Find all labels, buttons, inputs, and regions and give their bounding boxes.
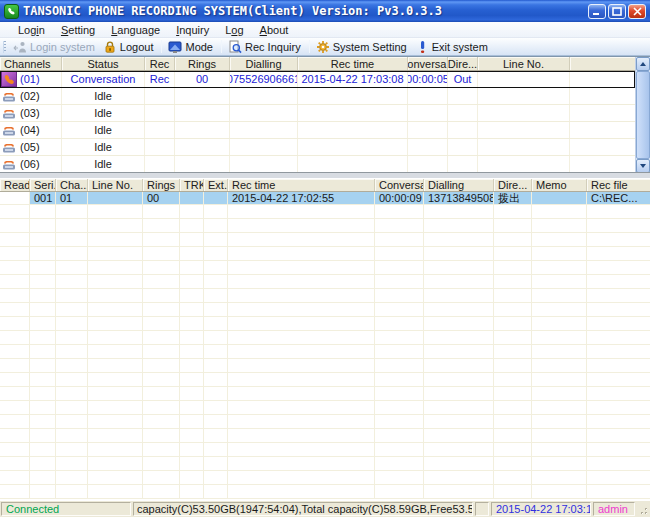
empty-cell [375,485,424,498]
channel-row[interactable]: (02)Idle [0,88,635,105]
exit-system-label: Exit system [432,41,488,53]
channel-row[interactable]: (04)Idle [0,122,635,139]
column-header-memo[interactable]: Memo [532,179,587,191]
close-button[interactable] [628,4,646,19]
rec-inquiry-button[interactable]: Rec Inquiry [225,39,306,55]
menu-login[interactable]: Login [10,23,53,37]
empty-record-row [0,261,650,275]
title-bar[interactable]: TANSONIC PHONE RECORDING SYSTEM(Client) … [0,0,650,22]
column-header-dialling[interactable]: Dialling [424,179,494,191]
empty-cell [88,247,143,260]
empty-cell [228,261,375,274]
empty-cell [143,471,180,484]
empty-cell [30,457,56,470]
toolbar-separator [309,40,310,53]
column-header-trk[interactable]: TRK [180,179,204,191]
column-header-read[interactable]: Read [0,179,30,191]
system-setting-label: System Setting [333,41,407,53]
column-header-rec-file[interactable]: Rec file [587,179,650,191]
column-header-rec[interactable]: Rec [145,57,175,70]
empty-cell [204,387,228,400]
menu-log[interactable]: Log [217,23,251,37]
empty-cell [143,345,180,358]
column-header-ext[interactable]: Ext. [204,179,228,191]
resize-grip[interactable] [636,501,650,517]
scroll-up-button[interactable] [636,57,650,71]
column-header-dire[interactable]: Dire... [494,179,532,191]
column-header-status[interactable]: Status [62,57,145,70]
conversa-cell [408,105,448,121]
toolbar-grip[interactable] [3,41,6,53]
column-header-rings[interactable]: Rings [175,57,230,70]
empty-record-row [0,317,650,331]
column-header-line-no[interactable]: Line No. [88,179,143,191]
column-header-dialling[interactable]: Dialling [230,57,298,70]
empty-cell [532,205,587,218]
empty-cell [587,373,650,386]
empty-cell [532,233,587,246]
empty-cell [204,429,228,442]
scroll-down-button[interactable] [636,159,650,172]
panel-splitter[interactable] [0,172,650,179]
channel-row[interactable]: (03)Idle [0,105,635,122]
logout-button[interactable]: Logout [100,39,159,55]
scrollbar-track[interactable] [636,71,650,159]
status-cell: Conversation [62,71,145,87]
rings-cell [175,88,230,104]
login-system-label: Login system [30,41,95,53]
column-header-channels[interactable]: Channels [0,57,62,70]
empty-cell [204,275,228,288]
empty-cell [587,247,650,260]
empty-cell [0,471,30,484]
minimize-button[interactable] [588,4,606,19]
empty-cell [0,429,30,442]
channel-row[interactable]: (06)Idle [0,156,635,172]
exit-system-button[interactable]: Exit system [412,39,493,55]
menu-bar: Login Setting Language Inquiry Log About [0,22,650,38]
empty-cell [587,317,650,330]
record-row[interactable]: 00101002015-04-22 17:02:5500:00:09137138… [0,192,650,205]
menu-setting[interactable]: Setting [53,23,103,37]
column-header-line-no[interactable]: Line No. [478,57,570,70]
login-system-button[interactable]: Login system [10,39,100,55]
empty-cell [494,387,532,400]
empty-cell [56,233,88,246]
column-header-rings[interactable]: Rings [143,179,180,191]
menu-inquiry[interactable]: Inquiry [168,23,217,37]
empty-cell [143,415,180,428]
column-header-cha[interactable]: Cha... [56,179,88,191]
column-header-seri[interactable]: Seri... [30,179,56,191]
empty-cell [56,303,88,316]
maximize-button[interactable] [608,4,626,19]
mode-button[interactable]: Mode [165,39,218,55]
empty-cell [143,275,180,288]
empty-cell [30,331,56,344]
empty-cell [424,289,494,302]
scrollbar-thumb[interactable] [636,71,650,159]
empty-cell [424,373,494,386]
column-header-conversa[interactable]: Conversa... [375,179,424,191]
empty-cell [494,261,532,274]
empty-cell [532,387,587,400]
empty-record-row [0,471,650,485]
channel-row[interactable]: (05)Idle [0,139,635,156]
system-setting-button[interactable]: System Setting [313,39,412,55]
empty-record-row [0,345,650,359]
empty-cell [88,233,143,246]
column-header-rec-time[interactable]: Rec time [298,57,408,70]
column-header-conversa[interactable]: Conversa... [408,57,448,70]
empty-cell [587,261,650,274]
empty-cell [587,471,650,484]
rec-time-cell [298,139,408,155]
menu-language[interactable]: Language [103,23,168,37]
channel-label: (01) [20,73,40,85]
dialling-cell [230,105,298,121]
records-table-header: ReadSeri...Cha...Line No.RingsTRKExt.Rec… [0,179,650,192]
column-header-rec-time[interactable]: Rec time [228,179,375,191]
column-header-dire[interactable]: Dire... [448,57,478,70]
channels-scrollbar[interactable] [635,57,650,172]
conversa-cell: 00:00:09 [375,192,424,204]
channel-row[interactable]: (01)ConversationRec000755269066612015-04… [0,71,635,88]
empty-cell [0,219,30,232]
menu-about[interactable]: About [252,23,297,37]
